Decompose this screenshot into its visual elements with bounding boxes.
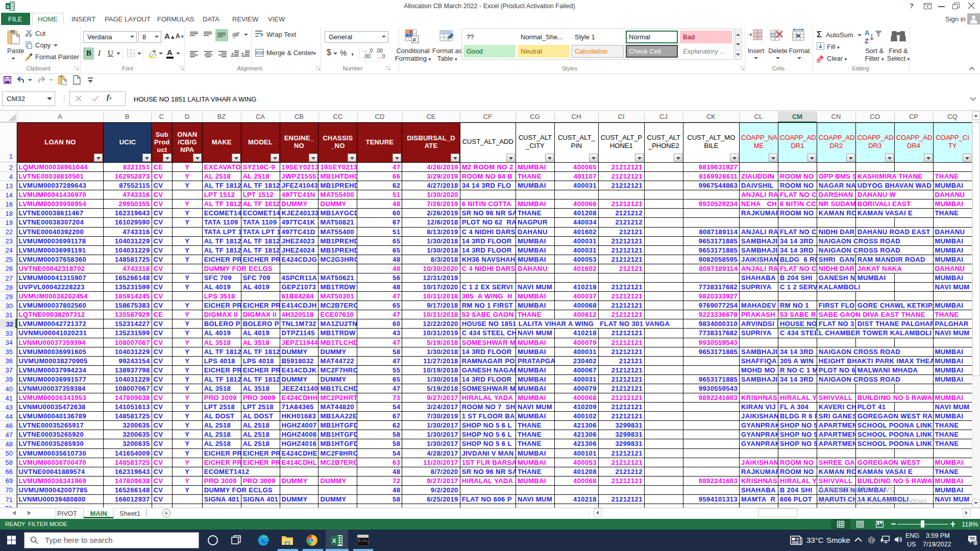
svg-text:A: A [865, 29, 870, 37]
svg-text:Z: Z [865, 37, 869, 45]
svg-text:X: X [6, 4, 10, 9]
svg-text:≠: ≠ [413, 36, 416, 43]
svg-text:X: X [332, 538, 336, 544]
svg-text:1: 1 [974, 540, 977, 545]
